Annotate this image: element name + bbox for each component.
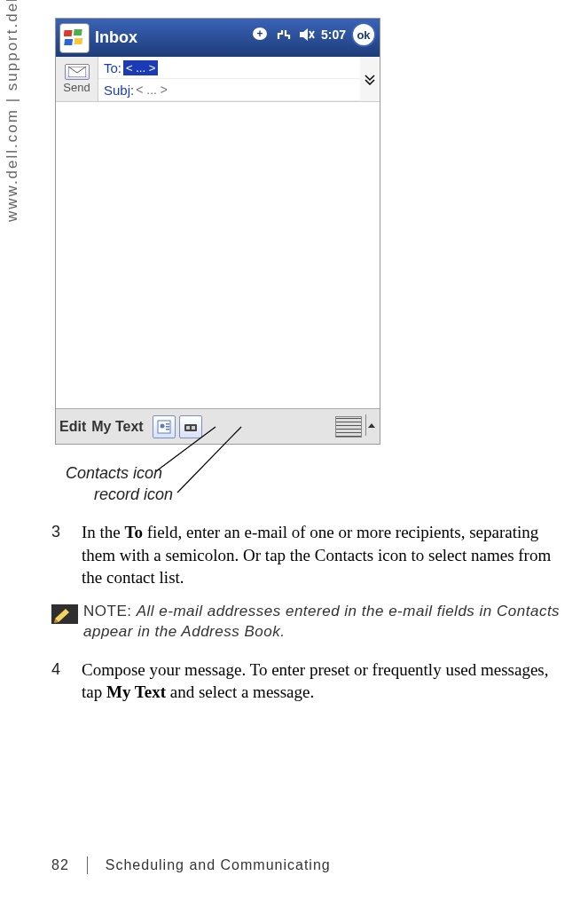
step-4-text: Compose your message. To enter preset or… [82,659,566,704]
step-4-post: and select a message. [166,682,314,701]
device-bottom-bar: Edit My Text [56,408,380,444]
page-footer: 82 Scheduling and Communicating [51,856,331,874]
subj-value: < ... > [136,83,168,97]
note-label: NOTE: [83,603,137,619]
svg-rect-0 [64,30,73,36]
note-icon [51,604,78,624]
expand-fields-icon[interactable] [360,57,380,101]
note-body-text: All e-mail addresses entered in the e-ma… [83,603,560,640]
step-3-text: In the To field, enter an e-mail of one … [82,521,566,589]
callout-area: Contacts icon record icon [51,445,566,505]
svg-rect-10 [166,426,169,428]
volume-mute-icon [298,27,316,43]
connectivity-icon [275,27,293,43]
contacts-icon[interactable] [153,415,176,438]
callout-contacts-label: Contacts icon [66,464,162,483]
to-value: < ... > [123,60,158,75]
to-field[interactable]: To: < ... > [98,57,360,79]
svg-rect-11 [166,429,169,430]
titlebar-status-area: + 5:07 ok [252,22,376,47]
sip-up-icon[interactable] [365,414,376,439]
step-3-post: field, enter an e-mail of one or more re… [82,523,551,587]
step-3-number: 3 [51,521,82,589]
svg-rect-9 [166,423,169,425]
device-screenshot: Inbox + 5:07 ok Send [55,18,380,445]
message-body-area[interactable] [56,102,380,408]
note-text: NOTE: All e-mail addresses entered in th… [83,602,566,643]
compose-header: Send To: < ... > Subj: < ... > [56,57,380,102]
to-label: To: [104,60,122,75]
send-label: Send [63,81,90,94]
svg-rect-2 [64,39,73,45]
app-title: Inbox [95,28,137,47]
page-content: Inbox + 5:07 ok Send [51,18,566,709]
svg-rect-3 [74,38,82,44]
record-icon[interactable] [179,415,202,438]
step-4: 4 Compose your message. To enter preset … [51,659,566,704]
svg-point-8 [160,423,164,428]
envelope-icon [65,64,90,80]
svg-rect-1 [74,29,82,35]
svg-text:+: + [256,28,263,40]
step-3: 3 In the To field, enter an e-mail of on… [51,521,566,589]
svg-rect-14 [192,426,195,430]
clock-text: 5:07 [321,28,346,42]
keyboard-icon[interactable] [335,416,362,438]
step-3-bold: To [125,523,143,541]
step-3-pre: In the [82,523,125,541]
step-4-number: 4 [51,659,82,704]
menu-mytext[interactable]: My Text [91,419,143,435]
add-bubble-icon: + [252,27,270,43]
start-icon [59,23,90,53]
ok-button[interactable]: ok [351,22,376,47]
callout-record-label: record icon [94,485,173,504]
footer-divider [87,856,88,874]
svg-rect-15 [365,414,366,436]
subj-field[interactable]: Subj: < ... > [98,79,360,101]
subj-label: Subj: [104,83,134,98]
page-number: 82 [51,857,69,873]
device-titlebar: Inbox + 5:07 ok [56,19,380,57]
step-4-bold: My Text [106,682,166,701]
menu-edit[interactable]: Edit [59,419,86,435]
send-button[interactable]: Send [56,57,98,101]
chapter-title: Scheduling and Communicating [106,857,331,873]
note-block: NOTE: All e-mail addresses entered in th… [51,602,566,643]
svg-rect-13 [186,426,190,430]
side-url-text: www.dell.com | support.dell.com [4,0,21,222]
